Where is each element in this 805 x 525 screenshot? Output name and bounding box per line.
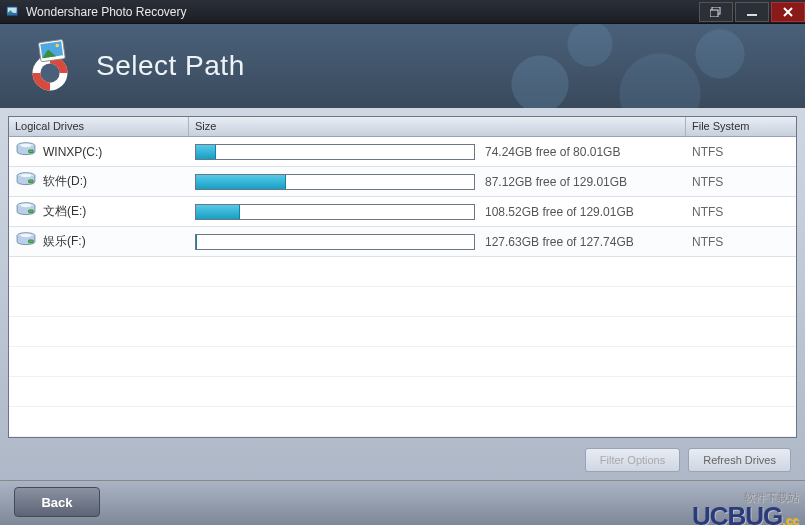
footer-bar: Back 软件下载站 UCBUG.cc bbox=[0, 480, 805, 525]
empty-row bbox=[9, 317, 796, 347]
drive-label: 娱乐(F:) bbox=[43, 233, 86, 250]
table-row[interactable]: WINXP(C:) 74.24GB free of 80.01GB NTFS bbox=[9, 137, 796, 167]
page-title: Select Path bbox=[96, 50, 245, 82]
drive-table: Logical Drives Size File System WINXP(C:… bbox=[8, 116, 797, 438]
svg-rect-13 bbox=[29, 150, 33, 153]
svg-point-2 bbox=[15, 8, 17, 10]
watermark-suffix: .cc bbox=[782, 514, 799, 525]
svg-rect-5 bbox=[747, 14, 757, 16]
drive-label: 文档(E:) bbox=[43, 203, 86, 220]
svg-point-15 bbox=[21, 174, 32, 177]
watermark-main: UCBUG bbox=[692, 501, 782, 525]
window-controls bbox=[697, 2, 805, 22]
svg-rect-19 bbox=[29, 210, 33, 213]
filter-options-button[interactable]: Filter Options bbox=[585, 448, 680, 472]
restore-button[interactable] bbox=[699, 2, 733, 22]
empty-row bbox=[9, 407, 796, 437]
refresh-drives-button[interactable]: Refresh Drives bbox=[688, 448, 791, 472]
drive-label: 软件(D:) bbox=[43, 173, 87, 190]
usage-bar bbox=[195, 174, 475, 190]
table-row[interactable]: 娱乐(F:) 127.63GB free of 127.74GB NTFS bbox=[9, 227, 796, 257]
back-button[interactable]: Back bbox=[14, 487, 100, 517]
lifebuoy-photo-icon bbox=[22, 38, 78, 94]
free-space-text: 108.52GB free of 129.01GB bbox=[485, 205, 634, 219]
table-header: Logical Drives Size File System bbox=[9, 117, 796, 137]
empty-row bbox=[9, 257, 796, 287]
watermark-sub: 软件下载站 bbox=[692, 492, 799, 503]
usage-bar bbox=[195, 144, 475, 160]
svg-point-12 bbox=[21, 144, 32, 147]
free-space-text: 74.24GB free of 80.01GB bbox=[485, 145, 620, 159]
app-icon bbox=[6, 5, 20, 19]
svg-rect-22 bbox=[29, 240, 33, 243]
hard-drive-icon bbox=[15, 142, 37, 161]
close-button[interactable] bbox=[771, 2, 805, 22]
filesystem-label: NTFS bbox=[686, 175, 796, 189]
svg-point-21 bbox=[21, 234, 32, 237]
hard-drive-icon bbox=[15, 172, 37, 191]
usage-bar bbox=[195, 204, 475, 220]
empty-row bbox=[9, 347, 796, 377]
action-buttons: Filter Options Refresh Drives bbox=[585, 448, 791, 472]
free-space-text: 87.12GB free of 129.01GB bbox=[485, 175, 627, 189]
svg-point-7 bbox=[40, 63, 59, 82]
free-space-text: 127.63GB free of 127.74GB bbox=[485, 235, 634, 249]
window-title: Wondershare Photo Recovery bbox=[26, 5, 187, 19]
table-body: WINXP(C:) 74.24GB free of 80.01GB NTFS 软… bbox=[9, 137, 796, 437]
svg-point-18 bbox=[21, 204, 32, 207]
minimize-button[interactable] bbox=[735, 2, 769, 22]
watermark: 软件下载站 UCBUG.cc bbox=[692, 492, 799, 525]
table-row[interactable]: 软件(D:) 87.12GB free of 129.01GB NTFS bbox=[9, 167, 796, 197]
drive-label: WINXP(C:) bbox=[43, 145, 102, 159]
hard-drive-icon bbox=[15, 232, 37, 251]
content-area: Logical Drives Size File System WINXP(C:… bbox=[0, 108, 805, 525]
usage-bar bbox=[195, 234, 475, 250]
table-row[interactable]: 文档(E:) 108.52GB free of 129.01GB NTFS bbox=[9, 197, 796, 227]
hard-drive-icon bbox=[15, 202, 37, 221]
title-bar: Wondershare Photo Recovery bbox=[0, 0, 805, 24]
empty-row bbox=[9, 377, 796, 407]
filesystem-label: NTFS bbox=[686, 235, 796, 249]
empty-row bbox=[9, 287, 796, 317]
column-header-drives[interactable]: Logical Drives bbox=[9, 117, 189, 136]
svg-rect-16 bbox=[29, 180, 33, 183]
filesystem-label: NTFS bbox=[686, 145, 796, 159]
svg-rect-4 bbox=[710, 10, 718, 17]
page-header: Select Path bbox=[0, 24, 805, 108]
column-header-fs[interactable]: File System bbox=[686, 117, 796, 136]
filesystem-label: NTFS bbox=[686, 205, 796, 219]
column-header-size[interactable]: Size bbox=[189, 117, 686, 136]
